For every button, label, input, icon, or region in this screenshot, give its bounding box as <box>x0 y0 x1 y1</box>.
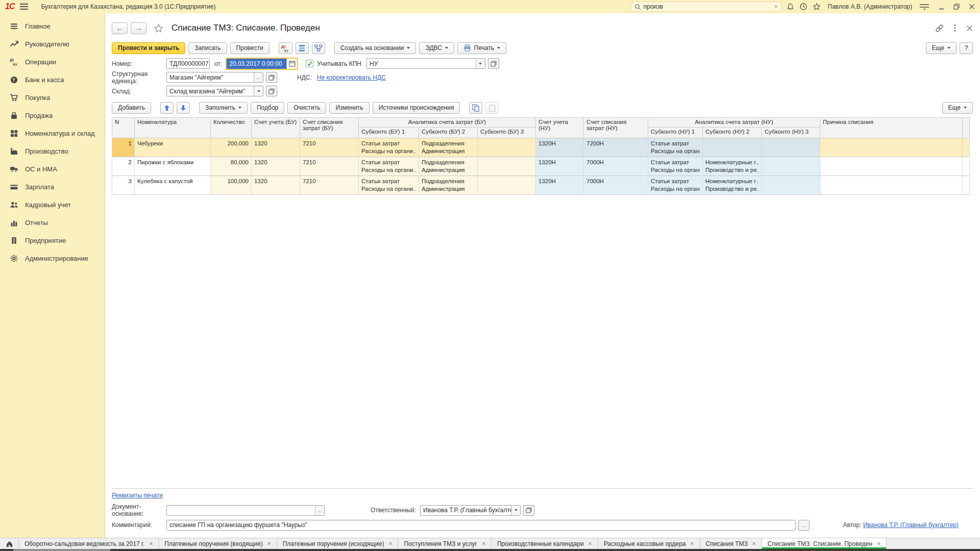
comment-field[interactable]: списание ГП на организацию фуршета "Наур… <box>166 520 796 531</box>
origin-sources-button[interactable]: Источники происхождения <box>373 102 460 114</box>
number-field[interactable]: ТДЛ00000007 <box>166 58 210 69</box>
print-button[interactable]: Печать <box>457 42 506 54</box>
cell-acc_bu[interactable]: 1320 <box>252 157 300 176</box>
more-button-table[interactable]: Еще <box>942 102 973 114</box>
sidebar-item-операции[interactable]: ДтКтОперации <box>0 53 105 71</box>
kpn-checkbox[interactable] <box>306 60 313 67</box>
window-tab[interactable]: Расходные кассовые ордера× <box>598 538 700 549</box>
sidebar-item-ос-и-нма[interactable]: ОС и НМА <box>0 160 105 178</box>
cell-nu3[interactable] <box>762 157 820 176</box>
cell-bu2[interactable]: ПодразделенияАдминистрация <box>419 176 478 194</box>
add-row-button[interactable]: Добавить <box>112 102 151 114</box>
edvs-button[interactable]: ЭДВС <box>419 42 454 54</box>
tab-close-icon[interactable]: × <box>691 541 694 547</box>
col-header-reason[interactable]: Причина списания <box>820 117 963 138</box>
copy-rows-button[interactable] <box>469 102 482 114</box>
comment-expand-button[interactable]: … <box>798 520 810 531</box>
col-header-subconto-nu3[interactable]: Субконто (НУ) 3 <box>762 127 820 138</box>
cell-n[interactable]: 1 <box>112 138 135 157</box>
table-row[interactable]: 3Кулебяка с капустой100,00013207210Стать… <box>112 176 970 194</box>
tab-close-icon[interactable]: × <box>482 541 485 547</box>
tab-scrollbar-thumb[interactable] <box>13 549 110 551</box>
tab-close-icon[interactable]: × <box>388 541 392 547</box>
cell-wo_nu[interactable]: 7000Н <box>584 157 648 176</box>
col-header-nomenclature[interactable]: Номенклатура <box>135 117 211 138</box>
current-user[interactable]: Павлов А.В. (Администратор) <box>828 3 913 10</box>
cell-bu1[interactable]: Статьи затратРасходы на органи… <box>359 138 419 157</box>
sidebar-item-главное[interactable]: Главное <box>0 17 105 35</box>
cell-acc_nu[interactable]: 1320Н <box>536 176 584 194</box>
window-minimize-icon[interactable] <box>939 4 944 10</box>
tab-close-icon[interactable]: × <box>877 541 880 547</box>
kpn-open-button[interactable] <box>488 58 499 69</box>
date-field[interactable]: 20.03.2017 0:00:00 <box>226 58 298 70</box>
document-structure-button[interactable] <box>312 42 325 54</box>
tab-close-icon[interactable]: × <box>267 541 271 547</box>
cell-nu1[interactable]: Статьи затратРасходы на органи… <box>648 157 703 176</box>
move-up-button[interactable] <box>160 102 174 114</box>
base-document-choose-button[interactable]: … <box>315 506 324 515</box>
dtkt-postings-button[interactable]: ДтКт <box>279 42 292 54</box>
window-tab[interactable]: Производственные календари× <box>492 538 598 549</box>
chevron-down-icon[interactable] <box>254 86 263 96</box>
cell-name[interactable]: Кулебяка с капустой <box>135 176 211 194</box>
col-header-subconto-nu2[interactable]: Субконто (НУ) 2 <box>703 127 762 138</box>
global-search[interactable]: × <box>631 2 781 12</box>
warehouse-open-button[interactable] <box>266 86 277 96</box>
pick-button[interactable]: Подбор <box>251 102 284 114</box>
cell-acc_bu[interactable]: 1320 <box>252 138 300 157</box>
cell-qty[interactable]: 80,000 <box>211 157 252 176</box>
clear-button[interactable]: Очистить <box>287 102 326 114</box>
col-header-subconto-nu1[interactable]: Субконто (НУ) 1 <box>648 127 703 138</box>
cell-bu3[interactable] <box>478 176 536 194</box>
chevron-down-icon[interactable] <box>476 59 485 68</box>
cell-nu1[interactable]: Статьи затратРасходы на органи… <box>648 138 703 157</box>
cell-nu2[interactable]: Номенклатурные г…Производство и ре… <box>703 157 762 176</box>
sidebar-item-руководителю[interactable]: Руководителю <box>0 35 105 53</box>
cell-name[interactable]: Чебуреки <box>135 138 211 157</box>
col-header-subconto-bu3[interactable]: Субконто (БУ) 3 <box>478 127 536 138</box>
col-header-account-bu[interactable]: Счет учета (БУ) <box>252 117 300 138</box>
window-tab[interactable]: Платежные поручения (входящие)× <box>159 538 277 549</box>
print-details-link[interactable]: Реквизиты печати <box>112 492 163 499</box>
fill-button[interactable]: Заполнить <box>199 102 248 114</box>
get-link-icon[interactable] <box>935 24 944 33</box>
sidebar-item-покупка[interactable]: Покупка <box>0 89 105 107</box>
post-button[interactable]: Провести <box>230 42 270 54</box>
cell-bu1[interactable]: Статьи затратРасходы на органи… <box>359 157 419 176</box>
cell-acc_bu[interactable]: 1320 <box>252 176 300 194</box>
cell-wo_bu[interactable]: 7210 <box>300 157 359 176</box>
chevron-down-icon[interactable] <box>511 506 520 515</box>
cell-nu3[interactable] <box>762 138 820 157</box>
cell-wo_nu[interactable]: 7200Н <box>584 138 648 157</box>
more-vertical-icon[interactable] <box>954 24 956 32</box>
col-header-quantity[interactable]: Количество <box>211 117 252 138</box>
edit-button[interactable]: Изменить <box>329 102 369 114</box>
table-row[interactable]: 1Чебуреки200,00013207210Статьи затратРас… <box>112 138 970 157</box>
save-button[interactable]: Записать <box>188 42 227 54</box>
col-group-analytics-bu[interactable]: Аналитика счета затрат (БУ) <box>359 117 536 127</box>
window-tab[interactable]: Платежные поручения (исходящие)× <box>277 538 399 549</box>
cell-bu3[interactable] <box>478 157 536 176</box>
cell-nu3[interactable] <box>762 176 820 194</box>
warehouse-field[interactable]: Склад магазина "Айгерим" <box>166 86 263 96</box>
cell-wo_bu[interactable]: 7210 <box>300 176 359 194</box>
cell-acc_nu[interactable]: 1320Н <box>536 157 584 176</box>
responsible-field[interactable]: Иванова Т.Р. (Главный бухгалтер) <box>420 505 521 516</box>
favorite-star-icon[interactable] <box>154 23 163 33</box>
sidebar-item-отчеты[interactable]: Отчеты <box>0 214 105 232</box>
cell-reason[interactable] <box>820 138 963 157</box>
nav-back-button[interactable]: ← <box>112 22 128 34</box>
window-tab[interactable]: Поступления ТМЗ и услуг× <box>398 538 491 549</box>
cell-name[interactable]: Пирожки с яблоками <box>135 157 211 176</box>
service-menu-icon[interactable] <box>919 3 929 10</box>
tab-close-icon[interactable]: × <box>589 541 592 547</box>
create-based-on-button[interactable]: Создать на основании <box>334 42 416 54</box>
cell-acc_nu[interactable]: 1320Н <box>536 138 584 157</box>
cell-nu1[interactable]: Статьи затратРасходы на органи… <box>648 176 703 194</box>
col-header-account-nu[interactable]: Счет учета (НУ) <box>536 117 584 138</box>
search-input[interactable] <box>644 3 772 10</box>
help-button[interactable]: ? <box>960 42 973 54</box>
document-close-icon[interactable] <box>966 25 973 32</box>
vat-link[interactable]: Не корректировать НДС <box>317 74 386 81</box>
